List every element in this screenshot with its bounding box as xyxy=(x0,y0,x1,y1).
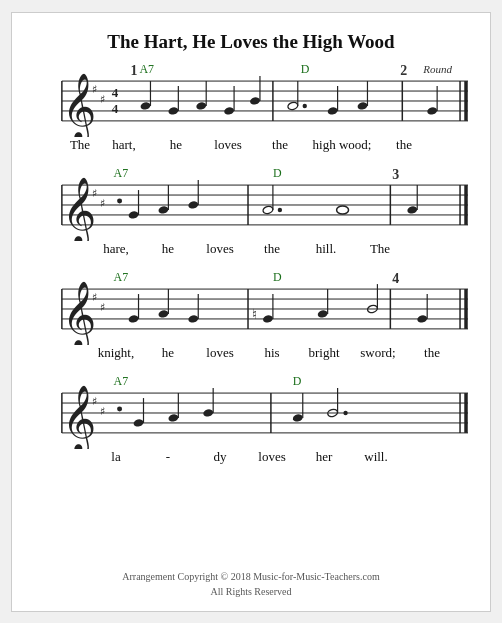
svg-text:4: 4 xyxy=(112,100,119,115)
lyric: hare, xyxy=(90,241,142,257)
svg-text:D: D xyxy=(301,62,310,76)
svg-text:♮: ♮ xyxy=(252,306,257,321)
svg-text:♯: ♯ xyxy=(92,291,97,303)
section-3: 𝄞 ♯ ♯ A7 4 D xyxy=(34,267,468,367)
svg-text:3: 3 xyxy=(392,167,399,182)
svg-point-61 xyxy=(262,205,273,214)
svg-point-31 xyxy=(303,103,307,107)
lyric: loves xyxy=(202,137,254,153)
svg-text:4: 4 xyxy=(112,85,119,100)
svg-text:D: D xyxy=(273,166,282,180)
staff-svg-3: 𝄞 ♯ ♯ A7 4 D xyxy=(34,267,468,345)
lyrics-row-4: la - dy loves her will. xyxy=(34,449,468,465)
svg-point-29 xyxy=(287,101,298,110)
svg-point-23 xyxy=(196,101,207,110)
svg-point-90 xyxy=(262,314,273,323)
svg-point-92 xyxy=(317,309,328,318)
lyrics-row-3: knight, he loves his bright sword; the xyxy=(34,345,468,361)
lyric xyxy=(62,345,90,361)
svg-point-66 xyxy=(337,205,349,213)
lyric: loves xyxy=(246,449,298,465)
svg-point-113 xyxy=(133,418,144,427)
svg-point-115 xyxy=(168,413,179,422)
svg-text:A7: A7 xyxy=(114,270,129,284)
lyric: hart, xyxy=(98,137,150,153)
lyric: the xyxy=(246,241,298,257)
svg-text:♯: ♯ xyxy=(100,404,105,416)
svg-point-25 xyxy=(223,106,234,115)
svg-text:D: D xyxy=(293,374,302,388)
svg-text:♯: ♯ xyxy=(92,83,97,95)
footer-line2: All Rights Reserved xyxy=(122,584,379,599)
svg-point-21 xyxy=(168,106,179,115)
lyric: dy xyxy=(194,449,246,465)
svg-point-32 xyxy=(327,106,338,115)
svg-point-64 xyxy=(407,205,418,214)
svg-text:2: 2 xyxy=(400,63,407,78)
svg-point-94 xyxy=(417,314,428,323)
svg-text:♯: ♯ xyxy=(100,300,105,312)
footer: Arrangement Copyright © 2018 Music-for-M… xyxy=(122,569,379,599)
lyric: The xyxy=(62,137,98,153)
page: The Hart, He Loves the High Wood Round 𝄞… xyxy=(11,12,491,612)
lyric: high wood; xyxy=(306,137,378,153)
page-title: The Hart, He Loves the High Wood xyxy=(107,31,394,53)
section-1: 𝄞 ♯ ♯ 4 4 1 A7 2 D xyxy=(34,59,468,159)
lyric: bright xyxy=(298,345,350,361)
svg-point-54 xyxy=(117,198,122,203)
svg-point-55 xyxy=(128,210,139,219)
lyric: the xyxy=(378,137,430,153)
svg-point-85 xyxy=(158,309,169,318)
svg-text:D: D xyxy=(273,270,282,284)
svg-point-57 xyxy=(158,205,169,214)
svg-text:A7: A7 xyxy=(114,166,129,180)
svg-point-121 xyxy=(343,410,347,414)
lyric: knight, xyxy=(90,345,142,361)
lyric: he xyxy=(142,345,194,361)
lyric: the xyxy=(406,345,458,361)
lyric: he xyxy=(142,241,194,257)
svg-text:♯: ♯ xyxy=(100,92,105,104)
lyric: the xyxy=(254,137,306,153)
svg-text:♯: ♯ xyxy=(92,395,97,407)
svg-text:4: 4 xyxy=(392,271,399,286)
svg-point-83 xyxy=(128,314,139,323)
lyric: hill. xyxy=(298,241,354,257)
lyric: - xyxy=(142,449,194,465)
svg-point-112 xyxy=(117,406,122,411)
svg-point-36 xyxy=(426,106,437,115)
svg-point-122 xyxy=(292,413,303,422)
staff-svg-1: 𝄞 ♯ ♯ 4 4 1 A7 2 D xyxy=(34,59,468,137)
svg-text:♯: ♯ xyxy=(100,196,105,208)
svg-text:A7: A7 xyxy=(114,374,129,388)
lyric xyxy=(62,449,90,465)
svg-point-19 xyxy=(140,101,151,110)
svg-text:A7: A7 xyxy=(140,62,155,76)
svg-point-27 xyxy=(249,96,260,105)
lyric: her xyxy=(298,449,350,465)
section-2: 𝄞 ♯ ♯ A7 3 D xyxy=(34,163,468,263)
lyric: loves xyxy=(194,241,246,257)
section-4: 𝄞 ♯ ♯ A7 D xyxy=(34,371,468,471)
lyric xyxy=(62,241,90,257)
svg-point-117 xyxy=(202,408,213,417)
svg-point-63 xyxy=(278,207,282,211)
lyric: sword; xyxy=(350,345,406,361)
lyric: will. xyxy=(350,449,402,465)
svg-point-59 xyxy=(188,200,199,209)
lyric: The xyxy=(354,241,406,257)
lyric: he xyxy=(150,137,202,153)
svg-text:♯: ♯ xyxy=(92,187,97,199)
lyric: his xyxy=(246,345,298,361)
svg-point-34 xyxy=(357,101,368,110)
lyric: loves xyxy=(194,345,246,361)
svg-point-87 xyxy=(188,314,199,323)
staff-svg-4: 𝄞 ♯ ♯ A7 D xyxy=(34,371,468,449)
svg-text:1: 1 xyxy=(131,63,138,78)
footer-line1: Arrangement Copyright © 2018 Music-for-M… xyxy=(122,569,379,584)
lyric: la xyxy=(90,449,142,465)
staff-svg-2: 𝄞 ♯ ♯ A7 3 D xyxy=(34,163,468,241)
lyrics-row-2: hare, he loves the hill. The xyxy=(34,241,468,257)
lyrics-row-1: The hart, he loves the high wood; the xyxy=(34,137,468,153)
